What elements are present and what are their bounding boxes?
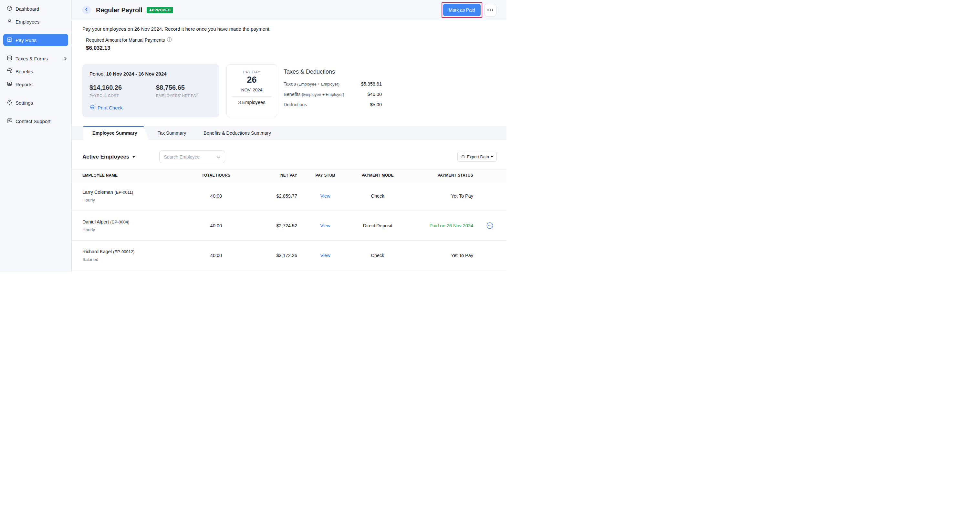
sidebar-item-contact-support[interactable]: Contact Support — [0, 114, 72, 127]
tab-benefits-deductions-summary[interactable]: Benefits & Deductions Summary — [195, 126, 280, 140]
sidebar-item-taxes-forms[interactable]: Taxes & Forms — [0, 52, 72, 65]
table-row: Richard Kagel (EP-00012) Salaried 40:00 … — [72, 241, 506, 270]
employee-type: Salaried — [83, 257, 179, 262]
net-pay-cell: $2,724.52 — [253, 223, 297, 228]
benefits-label: Benefits — [283, 92, 301, 97]
required-amount-label: Required Amount for Manual Payments — [86, 38, 165, 43]
tab-employee-summary[interactable]: Employee Summary — [83, 126, 149, 140]
export-data-button[interactable]: Export Data — [457, 152, 497, 162]
sidebar: Dashboard Employees Pay Runs Taxes & For… — [0, 0, 72, 272]
total-hours-cell: 40:00 — [179, 253, 253, 258]
period-card: Period: 10 Nov 2024 - 16 Nov 2024 $14,16… — [83, 64, 220, 117]
sidebar-item-label: Taxes & Forms — [16, 56, 48, 61]
sidebar-item-label: Benefits — [16, 69, 33, 74]
summary-cards-row: Period: 10 Nov 2024 - 16 Nov 2024 $14,16… — [83, 64, 497, 117]
tab-tax-summary[interactable]: Tax Summary — [149, 126, 195, 140]
taxes-value: $5,358.61 — [361, 81, 382, 87]
app-root: Dashboard Employees Pay Runs Taxes & For… — [0, 0, 506, 272]
sidebar-item-benefits[interactable]: Benefits — [0, 65, 72, 78]
pay-stub-view-link[interactable]: View — [297, 194, 353, 198]
taxes-label: Taxes — [283, 81, 296, 87]
table-controls: Active Employees Search Employee Export … — [83, 151, 497, 163]
taxes-row: Taxes (Employee + Employer) $5,358.61 — [283, 81, 382, 87]
net-pay-value: $8,756.65 — [156, 84, 198, 91]
sidebar-item-pay-runs[interactable]: Pay Runs — [3, 34, 68, 46]
content-area: Pay your employees on 26 Nov 2024. Recor… — [72, 21, 506, 272]
more-actions-button[interactable] — [484, 4, 496, 16]
print-check-label: Print Check — [97, 105, 123, 110]
deductions-row: Deductions $5.00 — [283, 102, 382, 107]
summary-tabs: Employee Summary Tax Summary Benefits & … — [72, 126, 506, 140]
pay-day-number: 26 — [227, 75, 277, 85]
pay-day-card: PAY DAY 26 NOV, 2024 3 Employees — [226, 64, 277, 117]
period-value: 10 Nov 2024 - 16 Nov 2024 — [106, 71, 167, 76]
pay-day-month-year: NOV, 2024 — [227, 87, 277, 92]
payroll-cost-block: $14,160.26 PAYROLL COST — [89, 84, 156, 97]
period-label: Period: — [89, 71, 105, 76]
dashboard-icon — [6, 5, 13, 12]
sidebar-item-dashboard[interactable]: Dashboard — [0, 2, 72, 15]
net-pay-cell: $2,859.77 — [253, 194, 297, 198]
sidebar-item-settings[interactable]: Settings — [0, 96, 72, 109]
employee-type: Hourly — [83, 198, 179, 202]
benefits-value: $40.00 — [368, 92, 382, 97]
required-amount-value: $6,032.13 — [86, 45, 506, 51]
sidebar-item-employees[interactable]: Employees — [0, 15, 72, 28]
column-header-payment-status: PAYMENT STATUS — [402, 173, 473, 178]
chat-bubble-icon — [6, 117, 13, 125]
total-hours-cell: 40:00 — [179, 223, 253, 228]
employee-name-cell: Richard Kagel (EP-00012) Salaried — [83, 249, 179, 262]
page-header: Regular Payroll APPROVED Mark as Paid — [72, 0, 506, 21]
pay-runs-icon — [6, 37, 13, 44]
payment-status-cell: Paid on 26 Nov 2024 — [402, 223, 473, 228]
benefits-sublabel: (Employee + Employer) — [302, 92, 344, 97]
caret-down-icon — [132, 156, 135, 158]
employee-name: Richard Kagel — [83, 249, 112, 254]
column-header-pay-stub: PAY STUB — [297, 173, 353, 178]
caret-down-icon — [491, 156, 493, 157]
total-hours-cell: 40:00 — [179, 194, 253, 198]
search-employee-select[interactable]: Search Employee — [159, 151, 225, 163]
table-row: Daniel Alpert (EP-0004) Hourly 40:00 $2,… — [72, 211, 506, 241]
mark-as-paid-button[interactable]: Mark as Paid — [443, 4, 480, 16]
deductions-label: Deductions — [283, 102, 307, 107]
employee-type: Hourly — [83, 227, 179, 232]
net-pay-block: $8,756.65 EMPLOYEES' NET PAY — [156, 84, 198, 97]
table-header-row: EMPLOYEE NAME TOTAL HOURS NET PAY PAY ST… — [72, 170, 506, 181]
gear-icon — [6, 99, 13, 106]
sidebar-item-label: Contact Support — [16, 119, 50, 124]
net-pay-cell: $3,172.36 — [253, 253, 297, 258]
pay-stub-view-link[interactable]: View — [297, 253, 353, 258]
employee-code: (EP-0011) — [115, 190, 133, 195]
column-header-payment-mode: PAYMENT MODE — [353, 173, 402, 178]
payroll-cost-label: PAYROLL COST — [89, 94, 156, 97]
sidebar-item-label: Employees — [16, 19, 40, 25]
deductions-value: $5.00 — [370, 102, 382, 107]
reports-icon — [6, 81, 13, 88]
payment-mode-cell: Direct Deposit — [353, 223, 402, 228]
pay-stub-view-link[interactable]: View — [297, 223, 353, 228]
employees-count: 3 Employees — [227, 100, 277, 105]
row-more-actions-button[interactable] — [487, 222, 493, 229]
info-icon[interactable] — [167, 37, 172, 43]
employee-filter-dropdown[interactable]: Active Employees — [83, 154, 135, 160]
pay-day-label: PAY DAY — [227, 70, 277, 74]
print-check-link[interactable]: Print Check — [89, 104, 123, 111]
employee-name: Daniel Alpert — [83, 219, 109, 224]
employee-name: Larry Coleman — [83, 190, 113, 195]
column-header-net-pay: NET PAY — [253, 173, 297, 178]
search-employee-placeholder: Search Employee — [164, 154, 200, 160]
sidebar-item-reports[interactable]: Reports — [0, 78, 72, 91]
back-button[interactable] — [83, 6, 91, 14]
chevron-right-icon — [64, 56, 67, 61]
page-title: Regular Payroll — [96, 6, 142, 14]
benefits-row: Benefits (Employee + Employer) $40.00 — [283, 92, 382, 97]
pay-day-divider — [232, 96, 272, 97]
period-line: Period: 10 Nov 2024 - 16 Nov 2024 — [89, 71, 212, 76]
chevron-left-icon — [84, 7, 89, 13]
net-pay-label: EMPLOYEES' NET PAY — [156, 94, 198, 97]
sidebar-item-label: Pay Runs — [16, 38, 37, 43]
employee-name-cell: Larry Coleman (EP-0011) Hourly — [83, 190, 179, 202]
export-icon — [461, 154, 465, 160]
payment-status-cell: Yet To Pay — [402, 253, 473, 258]
